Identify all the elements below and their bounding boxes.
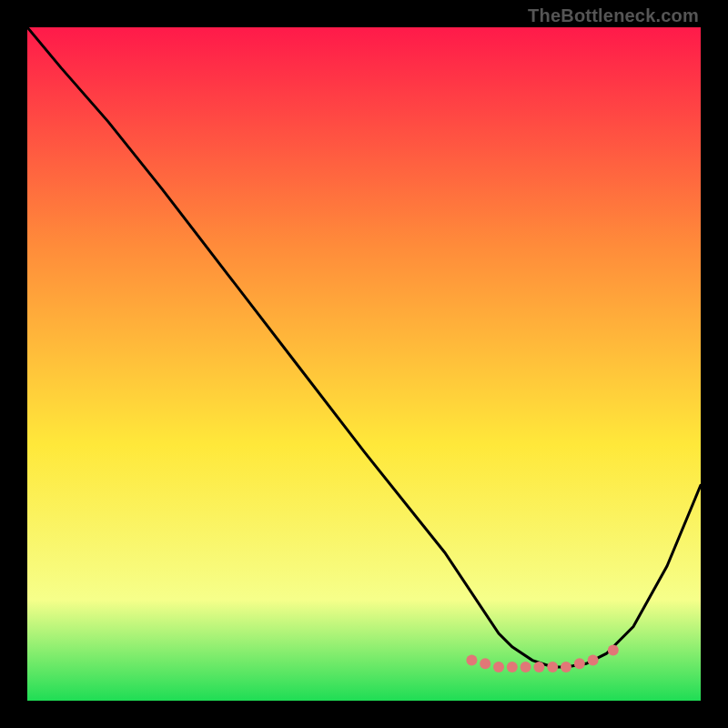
watermark-text: TheBottleneck.com [528,5,699,26]
bottleneck-chart [27,27,701,701]
highlight-dot [507,662,518,672]
highlight-dot [574,658,585,669]
highlight-dot [608,645,619,656]
chart-frame [27,27,701,701]
highlight-dot [588,655,599,666]
highlight-dot [547,662,558,672]
gradient-background [27,27,701,701]
highlight-dot [561,662,571,672]
highlight-dot [533,662,544,672]
highlight-dot [493,662,504,672]
highlight-dot [521,662,531,672]
highlight-dot [466,655,477,666]
highlight-dot [480,658,490,669]
